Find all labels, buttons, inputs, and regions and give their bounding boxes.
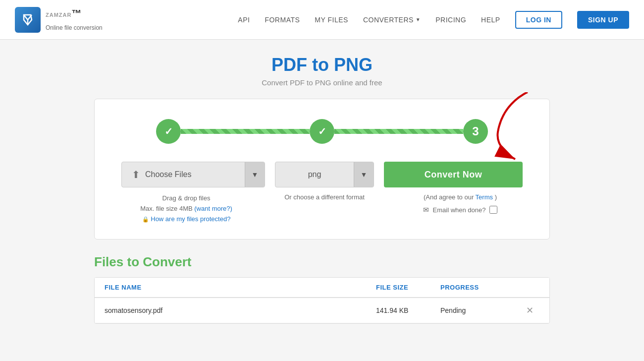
files-title-highlight: Convert (143, 254, 191, 269)
step-3-circle: 3 (463, 119, 488, 144)
choose-files-label: Choose Files (145, 170, 191, 179)
format-selector[interactable]: png ▼ (275, 162, 374, 187)
table-row: somatosensory.pdf 141.94 KB Pending ✕ (95, 298, 549, 323)
step-2-circle (310, 119, 334, 144)
main-content: PDF to PNG Convert PDF to PNG online and… (84, 40, 560, 339)
helper-row: Drag & drop files Max. file size 4MB (wa… (109, 193, 535, 224)
header: ZAMZAR™ Online file conversion API FORMA… (0, 0, 644, 40)
convert-now-container: Convert Now (384, 162, 523, 187)
page-subtitle: Convert PDF to PNG online and free (94, 78, 550, 87)
cell-progress: Pending (440, 306, 520, 314)
choose-files-dropdown-icon[interactable]: ▼ (245, 162, 265, 187)
format-dropdown-icon[interactable]: ▼ (354, 162, 374, 187)
files-section: Files to Convert FILE NAME FILE SIZE PRO… (94, 254, 550, 324)
steps-progress: 3 (109, 119, 535, 144)
email-checkbox[interactable] (489, 206, 497, 214)
terms-link[interactable]: Terms (476, 193, 493, 201)
files-table: FILE NAME FILE SIZE PROGRESS somatosenso… (94, 277, 550, 324)
terms-text: (And agree to our Terms ) (391, 193, 530, 201)
email-when-done-label: Email when done? (433, 206, 486, 214)
nav-pricing[interactable]: PRICING (435, 16, 466, 24)
logo[interactable]: ZAMZAR™ Online file conversion (15, 7, 103, 33)
format-value: png (275, 170, 354, 179)
lock-icon: 🔒 (142, 216, 149, 222)
choose-files-button[interactable]: ⬆ Choose Files ▼ (121, 162, 265, 187)
file-protection-link[interactable]: How are my files protected? (151, 215, 230, 223)
logo-name: ZAMZAR™ (46, 8, 103, 24)
file-protection-row: 🔒 How are my files protected? (114, 214, 258, 225)
remove-file-button[interactable]: ✕ (520, 305, 539, 316)
convert-now-button[interactable]: Convert Now (384, 162, 523, 187)
col-action-header (520, 284, 539, 291)
helper-choose: Drag & drop files Max. file size 4MB (wa… (114, 193, 258, 224)
files-title: Files to Convert (94, 254, 550, 270)
nav-formats[interactable]: FORMATS (265, 16, 300, 24)
helper-convert: (And agree to our Terms ) ✉ Email when d… (391, 193, 530, 224)
choose-files-main: ⬆ Choose Files (122, 169, 245, 180)
email-icon: ✉ (423, 206, 429, 214)
cell-filesize: 141.94 KB (376, 306, 440, 314)
nav-converters[interactable]: CONVERTERS ▼ (363, 16, 421, 24)
cell-filename: somatosensory.pdf (105, 306, 376, 314)
step-1-circle (156, 119, 181, 144)
nav-api[interactable]: API (238, 16, 250, 24)
logo-subtitle: Online file conversion (46, 24, 103, 31)
login-button[interactable]: LOG IN (515, 11, 562, 29)
col-filename-header: FILE NAME (105, 284, 376, 291)
col-filesize-header: FILE SIZE (376, 284, 440, 291)
max-size-text: Max. file size 4MB (want more?) (114, 204, 258, 214)
helper-format: Or choose a different format (275, 193, 374, 224)
logo-trademark: ™ (71, 8, 82, 19)
nav-myfiles[interactable]: MY FILES (315, 16, 348, 24)
signup-button[interactable]: SIGN UP (577, 11, 629, 29)
main-nav: API FORMATS MY FILES CONVERTERS ▼ PRICIN… (238, 11, 629, 29)
drag-drop-text: Drag & drop files (114, 193, 258, 204)
step-line-2 (334, 129, 463, 134)
nav-help[interactable]: HELP (481, 16, 500, 24)
col-progress-header: PROGRESS (440, 284, 520, 291)
logo-text: ZAMZAR™ Online file conversion (46, 8, 103, 31)
converters-chevron-icon: ▼ (416, 17, 421, 22)
page-title: PDF to PNG (94, 55, 550, 75)
email-row: ✉ Email when done? (391, 206, 530, 214)
upload-icon: ⬆ (132, 169, 140, 180)
converter-card: 3 ⬆ Choose Files ▼ png ▼ Convert Now (94, 99, 550, 240)
want-more-link[interactable]: (want more?) (194, 205, 232, 212)
files-table-header: FILE NAME FILE SIZE PROGRESS (95, 278, 549, 298)
logo-icon (15, 7, 41, 33)
step-line-1 (181, 129, 310, 134)
action-row: ⬆ Choose Files ▼ png ▼ Convert Now (109, 162, 535, 187)
